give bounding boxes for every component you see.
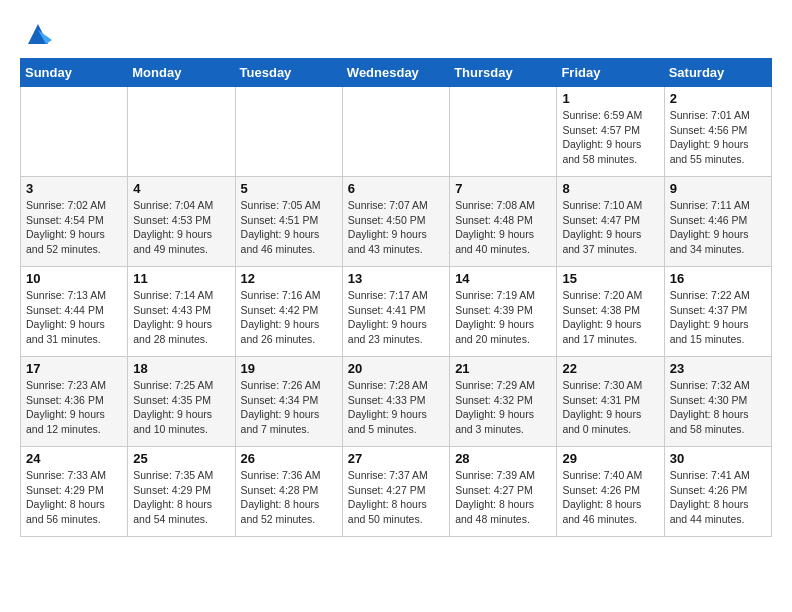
day-number: 11 bbox=[133, 271, 229, 286]
calendar-header-sunday: Sunday bbox=[21, 59, 128, 87]
day-info: Sunrise: 7:13 AM Sunset: 4:44 PM Dayligh… bbox=[26, 288, 122, 347]
calendar-cell: 2Sunrise: 7:01 AM Sunset: 4:56 PM Daylig… bbox=[664, 87, 771, 177]
calendar-cell: 1Sunrise: 6:59 AM Sunset: 4:57 PM Daylig… bbox=[557, 87, 664, 177]
calendar-header-tuesday: Tuesday bbox=[235, 59, 342, 87]
day-info: Sunrise: 7:19 AM Sunset: 4:39 PM Dayligh… bbox=[455, 288, 551, 347]
day-info: Sunrise: 7:01 AM Sunset: 4:56 PM Dayligh… bbox=[670, 108, 766, 167]
day-info: Sunrise: 7:29 AM Sunset: 4:32 PM Dayligh… bbox=[455, 378, 551, 437]
day-info: Sunrise: 6:59 AM Sunset: 4:57 PM Dayligh… bbox=[562, 108, 658, 167]
calendar-cell: 22Sunrise: 7:30 AM Sunset: 4:31 PM Dayli… bbox=[557, 357, 664, 447]
day-info: Sunrise: 7:39 AM Sunset: 4:27 PM Dayligh… bbox=[455, 468, 551, 527]
calendar: SundayMondayTuesdayWednesdayThursdayFrid… bbox=[20, 58, 772, 537]
calendar-header-friday: Friday bbox=[557, 59, 664, 87]
calendar-cell: 10Sunrise: 7:13 AM Sunset: 4:44 PM Dayli… bbox=[21, 267, 128, 357]
day-info: Sunrise: 7:28 AM Sunset: 4:33 PM Dayligh… bbox=[348, 378, 444, 437]
calendar-cell: 6Sunrise: 7:07 AM Sunset: 4:50 PM Daylig… bbox=[342, 177, 449, 267]
day-number: 20 bbox=[348, 361, 444, 376]
calendar-cell: 8Sunrise: 7:10 AM Sunset: 4:47 PM Daylig… bbox=[557, 177, 664, 267]
day-info: Sunrise: 7:32 AM Sunset: 4:30 PM Dayligh… bbox=[670, 378, 766, 437]
calendar-cell bbox=[128, 87, 235, 177]
calendar-cell: 25Sunrise: 7:35 AM Sunset: 4:29 PM Dayli… bbox=[128, 447, 235, 537]
day-number: 24 bbox=[26, 451, 122, 466]
logo-icon bbox=[24, 20, 52, 48]
calendar-cell: 14Sunrise: 7:19 AM Sunset: 4:39 PM Dayli… bbox=[450, 267, 557, 357]
day-info: Sunrise: 7:04 AM Sunset: 4:53 PM Dayligh… bbox=[133, 198, 229, 257]
calendar-week-3: 17Sunrise: 7:23 AM Sunset: 4:36 PM Dayli… bbox=[21, 357, 772, 447]
day-number: 9 bbox=[670, 181, 766, 196]
day-number: 25 bbox=[133, 451, 229, 466]
day-info: Sunrise: 7:30 AM Sunset: 4:31 PM Dayligh… bbox=[562, 378, 658, 437]
day-number: 19 bbox=[241, 361, 337, 376]
calendar-cell bbox=[450, 87, 557, 177]
day-info: Sunrise: 7:26 AM Sunset: 4:34 PM Dayligh… bbox=[241, 378, 337, 437]
day-number: 27 bbox=[348, 451, 444, 466]
day-info: Sunrise: 7:17 AM Sunset: 4:41 PM Dayligh… bbox=[348, 288, 444, 347]
calendar-cell: 15Sunrise: 7:20 AM Sunset: 4:38 PM Dayli… bbox=[557, 267, 664, 357]
day-number: 7 bbox=[455, 181, 551, 196]
day-number: 6 bbox=[348, 181, 444, 196]
calendar-cell: 16Sunrise: 7:22 AM Sunset: 4:37 PM Dayli… bbox=[664, 267, 771, 357]
calendar-week-4: 24Sunrise: 7:33 AM Sunset: 4:29 PM Dayli… bbox=[21, 447, 772, 537]
day-number: 21 bbox=[455, 361, 551, 376]
calendar-cell: 4Sunrise: 7:04 AM Sunset: 4:53 PM Daylig… bbox=[128, 177, 235, 267]
day-info: Sunrise: 7:05 AM Sunset: 4:51 PM Dayligh… bbox=[241, 198, 337, 257]
calendar-cell: 29Sunrise: 7:40 AM Sunset: 4:26 PM Dayli… bbox=[557, 447, 664, 537]
calendar-cell: 19Sunrise: 7:26 AM Sunset: 4:34 PM Dayli… bbox=[235, 357, 342, 447]
calendar-header-row: SundayMondayTuesdayWednesdayThursdayFrid… bbox=[21, 59, 772, 87]
calendar-week-1: 3Sunrise: 7:02 AM Sunset: 4:54 PM Daylig… bbox=[21, 177, 772, 267]
calendar-cell: 27Sunrise: 7:37 AM Sunset: 4:27 PM Dayli… bbox=[342, 447, 449, 537]
day-info: Sunrise: 7:14 AM Sunset: 4:43 PM Dayligh… bbox=[133, 288, 229, 347]
calendar-cell: 11Sunrise: 7:14 AM Sunset: 4:43 PM Dayli… bbox=[128, 267, 235, 357]
day-number: 23 bbox=[670, 361, 766, 376]
calendar-header-monday: Monday bbox=[128, 59, 235, 87]
day-info: Sunrise: 7:33 AM Sunset: 4:29 PM Dayligh… bbox=[26, 468, 122, 527]
logo bbox=[20, 20, 52, 48]
calendar-cell: 23Sunrise: 7:32 AM Sunset: 4:30 PM Dayli… bbox=[664, 357, 771, 447]
calendar-header-thursday: Thursday bbox=[450, 59, 557, 87]
calendar-cell: 24Sunrise: 7:33 AM Sunset: 4:29 PM Dayli… bbox=[21, 447, 128, 537]
day-number: 18 bbox=[133, 361, 229, 376]
day-info: Sunrise: 7:36 AM Sunset: 4:28 PM Dayligh… bbox=[241, 468, 337, 527]
calendar-header-saturday: Saturday bbox=[664, 59, 771, 87]
day-info: Sunrise: 7:40 AM Sunset: 4:26 PM Dayligh… bbox=[562, 468, 658, 527]
day-number: 8 bbox=[562, 181, 658, 196]
day-info: Sunrise: 7:08 AM Sunset: 4:48 PM Dayligh… bbox=[455, 198, 551, 257]
calendar-cell: 9Sunrise: 7:11 AM Sunset: 4:46 PM Daylig… bbox=[664, 177, 771, 267]
calendar-cell: 30Sunrise: 7:41 AM Sunset: 4:26 PM Dayli… bbox=[664, 447, 771, 537]
day-number: 10 bbox=[26, 271, 122, 286]
day-info: Sunrise: 7:41 AM Sunset: 4:26 PM Dayligh… bbox=[670, 468, 766, 527]
day-number: 17 bbox=[26, 361, 122, 376]
calendar-cell: 12Sunrise: 7:16 AM Sunset: 4:42 PM Dayli… bbox=[235, 267, 342, 357]
calendar-cell bbox=[235, 87, 342, 177]
calendar-cell bbox=[342, 87, 449, 177]
day-number: 4 bbox=[133, 181, 229, 196]
day-info: Sunrise: 7:22 AM Sunset: 4:37 PM Dayligh… bbox=[670, 288, 766, 347]
day-number: 16 bbox=[670, 271, 766, 286]
day-number: 14 bbox=[455, 271, 551, 286]
day-info: Sunrise: 7:25 AM Sunset: 4:35 PM Dayligh… bbox=[133, 378, 229, 437]
day-number: 29 bbox=[562, 451, 658, 466]
calendar-cell: 17Sunrise: 7:23 AM Sunset: 4:36 PM Dayli… bbox=[21, 357, 128, 447]
calendar-week-2: 10Sunrise: 7:13 AM Sunset: 4:44 PM Dayli… bbox=[21, 267, 772, 357]
day-info: Sunrise: 7:35 AM Sunset: 4:29 PM Dayligh… bbox=[133, 468, 229, 527]
calendar-cell: 5Sunrise: 7:05 AM Sunset: 4:51 PM Daylig… bbox=[235, 177, 342, 267]
day-info: Sunrise: 7:20 AM Sunset: 4:38 PM Dayligh… bbox=[562, 288, 658, 347]
calendar-header-wednesday: Wednesday bbox=[342, 59, 449, 87]
day-info: Sunrise: 7:02 AM Sunset: 4:54 PM Dayligh… bbox=[26, 198, 122, 257]
day-number: 28 bbox=[455, 451, 551, 466]
day-info: Sunrise: 7:23 AM Sunset: 4:36 PM Dayligh… bbox=[26, 378, 122, 437]
day-number: 2 bbox=[670, 91, 766, 106]
day-number: 15 bbox=[562, 271, 658, 286]
calendar-cell: 28Sunrise: 7:39 AM Sunset: 4:27 PM Dayli… bbox=[450, 447, 557, 537]
calendar-cell: 3Sunrise: 7:02 AM Sunset: 4:54 PM Daylig… bbox=[21, 177, 128, 267]
day-number: 26 bbox=[241, 451, 337, 466]
calendar-cell bbox=[21, 87, 128, 177]
calendar-cell: 26Sunrise: 7:36 AM Sunset: 4:28 PM Dayli… bbox=[235, 447, 342, 537]
day-info: Sunrise: 7:10 AM Sunset: 4:47 PM Dayligh… bbox=[562, 198, 658, 257]
day-number: 3 bbox=[26, 181, 122, 196]
calendar-cell: 20Sunrise: 7:28 AM Sunset: 4:33 PM Dayli… bbox=[342, 357, 449, 447]
calendar-week-0: 1Sunrise: 6:59 AM Sunset: 4:57 PM Daylig… bbox=[21, 87, 772, 177]
day-info: Sunrise: 7:16 AM Sunset: 4:42 PM Dayligh… bbox=[241, 288, 337, 347]
calendar-cell: 7Sunrise: 7:08 AM Sunset: 4:48 PM Daylig… bbox=[450, 177, 557, 267]
day-info: Sunrise: 7:37 AM Sunset: 4:27 PM Dayligh… bbox=[348, 468, 444, 527]
